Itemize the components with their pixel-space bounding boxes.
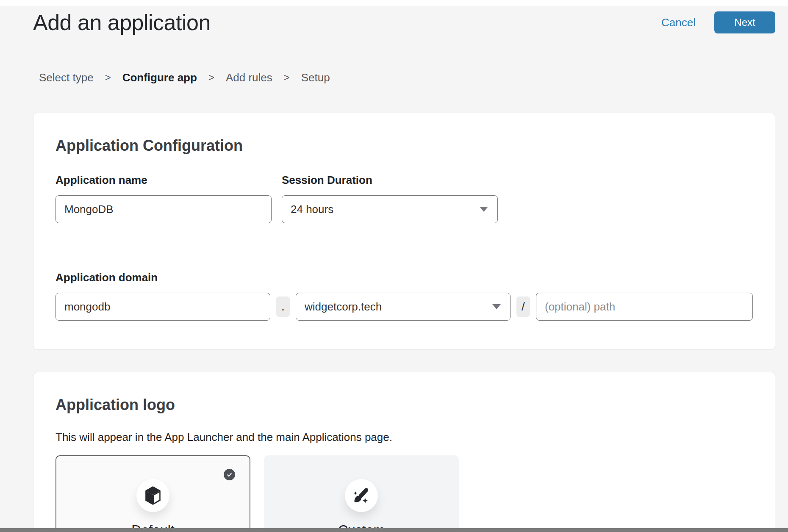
logo-heading: Application logo: [55, 396, 753, 414]
session-duration-label: Session Duration: [282, 173, 498, 187]
application-domain-row: . widgetcorp.tech /: [55, 293, 753, 321]
breadcrumb-step-setup[interactable]: Setup: [301, 71, 330, 84]
application-name-input[interactable]: [55, 195, 272, 223]
application-logo-card: Application logo This will appear in the…: [33, 372, 775, 532]
session-duration-value: 24 hours: [291, 203, 333, 216]
breadcrumb-separator: >: [105, 71, 111, 84]
logo-option-custom[interactable]: Custom: [264, 455, 459, 532]
domain-select-value: widgetcorp.tech: [305, 300, 382, 313]
selected-check-badge: [224, 469, 235, 480]
name-duration-row: Application name Session Duration 24 hou…: [55, 173, 753, 223]
configuration-heading: Application Configuration: [55, 137, 753, 155]
bottom-scrollbar[interactable]: [0, 528, 788, 532]
cancel-button[interactable]: Cancel: [661, 16, 696, 29]
domain-select[interactable]: widgetcorp.tech: [296, 293, 511, 321]
check-icon: [226, 471, 233, 478]
next-button[interactable]: Next: [714, 11, 775, 33]
path-input-wrap: [536, 293, 753, 321]
logo-option-default[interactable]: Default: [55, 455, 250, 532]
application-name-field-group: Application name: [55, 173, 272, 223]
breadcrumb-step-select-type[interactable]: Select type: [39, 71, 94, 84]
custom-logo-circle: [345, 479, 378, 512]
breadcrumb-step-configure-app[interactable]: Configure app: [122, 71, 197, 84]
application-domain-label: Application domain: [55, 271, 753, 284]
add-application-page: Add an application Cancel Next Select ty…: [0, 0, 788, 532]
logo-options: Default Custom: [55, 455, 753, 532]
path-input[interactable]: [536, 293, 753, 321]
subdomain-input[interactable]: [55, 293, 270, 321]
logo-description: This will appear in the App Launcher and…: [55, 431, 753, 443]
page-header: Add an application Cancel Next: [33, 11, 775, 34]
chevron-down-icon: [480, 207, 488, 212]
chevron-down-icon: [492, 304, 501, 309]
default-logo-circle: [136, 479, 169, 512]
page-title: Add an application: [33, 11, 211, 34]
cube-icon: [145, 486, 161, 505]
application-name-label: Application name: [55, 173, 272, 187]
breadcrumb-separator: >: [208, 71, 214, 84]
session-duration-select[interactable]: 24 hours: [282, 195, 498, 223]
header-actions: Cancel Next: [661, 11, 775, 33]
paintbrush-icon: [352, 487, 370, 504]
dot-separator: .: [276, 296, 290, 317]
session-duration-field-group: Session Duration 24 hours: [282, 173, 498, 223]
breadcrumb: Select type > Configure app > Add rules …: [39, 71, 775, 84]
breadcrumb-separator: >: [284, 71, 290, 84]
breadcrumb-step-add-rules[interactable]: Add rules: [226, 71, 272, 84]
slash-separator: /: [516, 296, 530, 317]
application-configuration-card: Application Configuration Application na…: [33, 113, 775, 350]
